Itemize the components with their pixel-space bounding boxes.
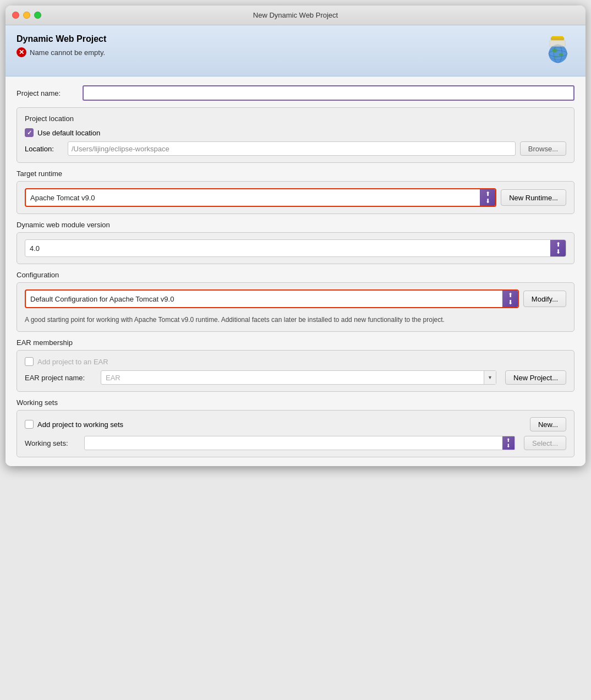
project-name-label: Project name: [17,89,77,97]
working-sets-label: Working sets: [25,439,80,447]
module-version-dropdown[interactable]: 4.0 ⬆⬇ [25,239,566,257]
runtime-dropdown-row: Apache Tomcat v9.0 ⬆⬇ New Runtime... [25,188,566,207]
working-sets-section: Working sets Add project to working sets… [17,398,574,457]
svg-point-2 [549,45,567,63]
use-default-location-row: ✓ Use default location [25,128,566,137]
ear-dropdown-arrow-icon[interactable]: ▼ [484,371,496,384]
add-to-ws-row: Add project to working sets New... [25,417,566,431]
ear-project-name-label: EAR project name: [25,374,96,382]
close-button[interactable] [12,12,19,19]
globe-svg [541,34,572,65]
window-controls [12,12,41,19]
new-project-button[interactable]: New Project... [505,370,566,385]
target-runtime-title: Target runtime [17,169,574,178]
module-version-title: Dynamic web module version [17,221,574,229]
ear-membership-section: EAR membership Add project to an EAR EAR… [17,338,574,392]
header-left: Dynamic Web Project ✕ Name cannot be emp… [17,34,106,57]
configuration-spinner-icon[interactable]: ⬆⬇ [502,291,518,307]
configuration-title: Configuration [17,271,574,279]
use-default-label: Use default location [37,129,100,137]
target-runtime-value: Apache Tomcat v9.0 [26,192,480,204]
configuration-box: Default Configuration for Apache Tomcat … [17,282,574,332]
project-location-title: Project location [25,114,566,123]
add-to-ws-checkbox-row: Add project to working sets [25,420,123,429]
location-input[interactable] [68,141,516,156]
checkmark-icon: ✓ [27,130,32,136]
error-icon: ✕ [17,47,26,57]
add-to-ear-row: Add project to an EAR [25,357,566,366]
error-row: ✕ Name cannot be empty. [17,47,106,57]
ear-membership-title: EAR membership [17,338,574,347]
svg-point-8 [554,56,557,58]
header-globe-icon [541,34,574,67]
main-window: New Dynamic Web Project Dynamic Web Proj… [6,6,585,466]
project-name-input[interactable] [83,85,574,101]
module-version-value: 4.0 [25,242,550,255]
new-runtime-button[interactable]: New Runtime... [501,189,566,206]
location-row: Location: Browse... [25,141,566,156]
module-version-box: 4.0 ⬆⬇ [17,232,574,264]
use-default-checkbox[interactable]: ✓ [25,128,34,137]
select-button[interactable]: Select... [524,436,566,450]
window-title: New Dynamic Web Project [253,11,338,19]
header-section: Dynamic Web Project ✕ Name cannot be emp… [6,25,585,76]
svg-point-7 [559,53,563,57]
new-working-set-button[interactable]: New... [530,417,566,431]
maximize-button[interactable] [34,12,41,19]
location-label: Location: [25,145,63,153]
project-location-section: Project location ✓ Use default location … [17,107,574,163]
ear-project-name-row: EAR project name: EAR ▼ New Project... [25,370,566,385]
add-to-ear-checkbox[interactable] [25,357,34,366]
working-sets-dropdown[interactable]: ⬆⬇ [84,436,515,450]
configuration-dropdown[interactable]: Default Configuration for Apache Tomcat … [25,289,519,308]
add-to-ear-label: Add project to an EAR [37,358,108,366]
target-runtime-box: Apache Tomcat v9.0 ⬆⬇ New Runtime... [17,181,574,214]
configuration-value: Default Configuration for Apache Tomcat … [26,293,502,305]
configuration-dropdown-row: Default Configuration for Apache Tomcat … [25,289,566,308]
svg-rect-9 [550,40,565,46]
title-bar: New Dynamic Web Project [6,6,585,25]
error-message: Name cannot be empty. [30,48,105,57]
ear-project-placeholder: EAR [101,374,484,382]
module-version-spinner-icon[interactable]: ⬆⬇ [550,240,566,256]
configuration-description: A good starting point for working with A… [25,315,566,325]
page-title: Dynamic Web Project [17,34,106,44]
modify-button[interactable]: Modify... [523,291,566,307]
form-content: Project name: Project location ✓ Use def… [6,76,585,466]
project-name-row: Project name: [17,85,574,101]
ear-project-dropdown[interactable]: EAR ▼ [101,370,496,385]
working-sets-title: Working sets [17,398,574,407]
svg-point-6 [552,48,557,52]
target-runtime-section: Target runtime Apache Tomcat v9.0 ⬆⬇ New… [17,169,574,214]
add-to-ws-checkbox[interactable] [25,420,34,429]
minimize-button[interactable] [23,12,30,19]
browse-button[interactable]: Browse... [520,141,566,156]
target-runtime-dropdown[interactable]: Apache Tomcat v9.0 ⬆⬇ [25,188,496,207]
working-sets-dropdown-row: Working sets: ⬆⬇ Select... [25,436,566,450]
configuration-section: Configuration Default Configuration for … [17,271,574,332]
working-sets-box: Add project to working sets New... Worki… [17,410,574,457]
svg-rect-1 [552,36,563,39]
target-runtime-spinner-icon[interactable]: ⬆⬇ [480,189,495,206]
ear-membership-box: Add project to an EAR EAR project name: … [17,350,574,392]
module-version-section: Dynamic web module version 4.0 ⬆⬇ [17,221,574,264]
ws-dropdown-arrow-icon[interactable]: ⬆⬇ [502,436,515,450]
add-to-ws-label: Add project to working sets [37,420,123,429]
